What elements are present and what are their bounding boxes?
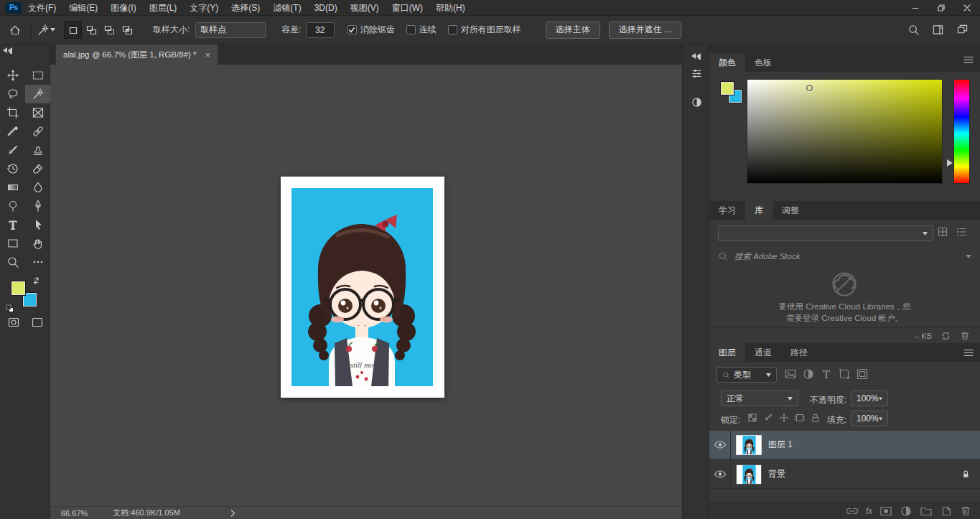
menu-3d[interactable]: 3D(D): [308, 0, 344, 16]
move-tool[interactable]: [0, 66, 25, 85]
contiguous-option[interactable]: 连续: [406, 24, 437, 36]
lock-artboard-icon[interactable]: [794, 412, 806, 424]
layer1-visibility-toggle[interactable]: [709, 431, 731, 459]
minimize-button[interactable]: [902, 0, 928, 16]
tab-swatches[interactable]: 色板: [745, 53, 781, 72]
zoom-level[interactable]: 66.67%: [61, 509, 88, 518]
lasso-tool[interactable]: [0, 85, 25, 103]
menu-layer[interactable]: 图层(L): [143, 0, 184, 16]
lock-pixels-icon[interactable]: [762, 412, 774, 424]
filter-smart-objects-icon[interactable]: [856, 367, 869, 381]
layer1-thumbnail[interactable]: [737, 436, 761, 454]
tab-adjustments[interactable]: 调整: [773, 201, 808, 220]
hue-slider-marker[interactable]: [947, 159, 953, 167]
lock-all-icon[interactable]: [810, 412, 821, 424]
fill-input[interactable]: 100%: [851, 411, 888, 426]
default-colors-button[interactable]: [6, 304, 14, 313]
tab-channels[interactable]: 通道: [745, 343, 781, 362]
document-tab[interactable]: alal.jpg @ 66.7% (图层 1, RGB/8#) * ×: [56, 45, 218, 65]
status-options-chevron-icon[interactable]: [230, 510, 235, 517]
open-document[interactable]: [281, 177, 444, 398]
restore-button[interactable]: [928, 0, 954, 16]
add-layer-mask-icon[interactable]: [879, 505, 892, 518]
menu-edit[interactable]: 编辑(E): [62, 0, 104, 16]
anti-alias-checkbox[interactable]: [347, 25, 357, 34]
delete-layer-trash-icon[interactable]: [960, 505, 971, 517]
magic-wand-tool-preset[interactable]: [37, 21, 55, 39]
select-subject-button[interactable]: 选择主体: [546, 22, 600, 39]
close-button[interactable]: [954, 0, 980, 16]
background-name[interactable]: 背景: [768, 468, 785, 480]
link-layers-icon[interactable]: [846, 505, 859, 518]
frame-tool[interactable]: [25, 103, 50, 122]
tab-libraries[interactable]: 库: [745, 201, 773, 220]
layer-effects-fx-icon[interactable]: fx: [866, 506, 872, 516]
menu-image[interactable]: 图像(I): [104, 0, 142, 16]
background-thumbnail[interactable]: [737, 465, 761, 484]
anti-alias-option[interactable]: 消除锯齿: [347, 24, 395, 36]
canvas-area[interactable]: [50, 65, 682, 506]
eraser-tool[interactable]: [25, 159, 50, 178]
healing-brush-tool[interactable]: [25, 122, 50, 141]
workspace-switcher-button[interactable]: [928, 21, 947, 39]
lock-position-icon[interactable]: [778, 412, 790, 424]
marquee-tool[interactable]: [25, 66, 50, 85]
tab-layers[interactable]: 图层: [709, 343, 745, 362]
blend-mode-select[interactable]: 正常: [721, 391, 798, 406]
clone-stamp-tool[interactable]: [25, 141, 50, 159]
menu-filter[interactable]: 滤镜(T): [266, 0, 307, 16]
intersect-selection-button[interactable]: [118, 21, 136, 39]
background-visibility-toggle[interactable]: [709, 460, 731, 489]
collapse-dock-button[interactable]: [688, 47, 705, 65]
layers-panel-menu-button[interactable]: [963, 349, 974, 357]
sample-all-layers-option[interactable]: 对所有图层取样: [448, 24, 521, 36]
adjustments-panel-button[interactable]: [688, 93, 705, 111]
quick-mask-button[interactable]: [7, 316, 20, 329]
search-button[interactable]: [904, 21, 923, 39]
zoom-tool[interactable]: [0, 253, 25, 271]
filter-adjustment-layers-icon[interactable]: [802, 367, 815, 381]
tab-color[interactable]: 颜色: [709, 53, 745, 72]
filter-shape-layers-icon[interactable]: [838, 367, 851, 381]
add-to-selection-button[interactable]: [82, 21, 100, 39]
properties-panel-button[interactable]: [688, 65, 705, 82]
history-brush-tool[interactable]: [0, 159, 25, 178]
eyedropper-tool[interactable]: [0, 122, 25, 141]
layer-row-background[interactable]: 背景: [709, 460, 980, 489]
home-button[interactable]: [6, 21, 24, 39]
blur-tool[interactable]: [25, 178, 50, 197]
contiguous-checkbox[interactable]: [406, 25, 416, 34]
list-view-button[interactable]: [956, 227, 966, 237]
arrange-documents-button[interactable]: [953, 21, 971, 39]
path-selection-tool[interactable]: [25, 215, 50, 234]
library-select[interactable]: [718, 225, 933, 241]
type-tool[interactable]: [0, 215, 25, 234]
menu-view[interactable]: 视图(V): [344, 0, 386, 16]
layer-filter-select[interactable]: 类型: [717, 367, 777, 383]
color-field-cursor[interactable]: [806, 85, 813, 91]
menu-select[interactable]: 选择(S): [225, 0, 266, 16]
rectangle-tool[interactable]: [0, 234, 25, 253]
dodge-tool[interactable]: [0, 197, 25, 215]
menu-help[interactable]: 帮助(H): [429, 0, 472, 16]
document-close-button[interactable]: ×: [205, 50, 211, 60]
tolerance-input[interactable]: [306, 22, 335, 38]
grid-view-button[interactable]: [938, 227, 948, 237]
new-layer-icon[interactable]: [940, 505, 953, 518]
layer1-name[interactable]: 图层 1: [768, 439, 793, 451]
hue-slider[interactable]: [953, 79, 970, 184]
sample-size-select[interactable]: 取样点: [195, 22, 266, 38]
filter-type-layers-icon[interactable]: [820, 367, 833, 381]
lock-transparency-icon[interactable]: [747, 412, 758, 424]
brush-tool[interactable]: [0, 141, 25, 159]
new-group-folder-icon[interactable]: [920, 505, 933, 518]
layer-row-layer1[interactable]: 图层 1: [709, 431, 980, 459]
crop-tool[interactable]: [0, 103, 25, 122]
menu-type[interactable]: 文字(Y): [183, 0, 225, 16]
color-field[interactable]: [747, 79, 943, 184]
new-selection-button[interactable]: [64, 21, 82, 39]
pen-tool[interactable]: [25, 197, 50, 215]
sync-icon[interactable]: [941, 331, 951, 341]
swap-colors-icon[interactable]: [32, 276, 41, 285]
edit-toolbar-button[interactable]: [25, 253, 50, 271]
